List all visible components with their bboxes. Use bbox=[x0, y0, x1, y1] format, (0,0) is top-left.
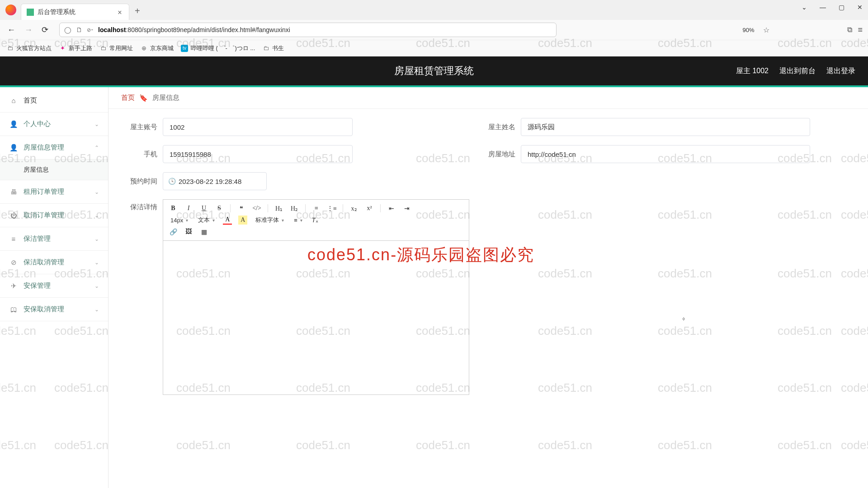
bookmark-firefox[interactable]: 🗀火狐官方站点 bbox=[6, 44, 52, 52]
back-button[interactable]: ← bbox=[5, 23, 17, 37]
breadcrumb-current: 房屋信息 bbox=[152, 94, 179, 102]
ul-button[interactable]: ⋮≡ bbox=[327, 204, 336, 213]
sidebar-home[interactable]: ⌂首页 bbox=[0, 89, 108, 113]
font-size-select[interactable]: 14px▾ bbox=[169, 217, 190, 224]
firefox-icon bbox=[5, 5, 16, 15]
link-button[interactable]: 🔗 bbox=[169, 227, 178, 236]
browser-chrome: 后台管理系统 × + ⌄ — ▢ ✕ ← → ⟳ ◯ 🗋 ⊘⁃ localhos… bbox=[0, 0, 868, 56]
sidebar-security-cancel[interactable]: 🕮安保取消管理⌄ bbox=[0, 298, 108, 321]
close-window-button[interactable]: ✕ bbox=[857, 4, 863, 11]
bookmark-common[interactable]: 🗀常用网址 bbox=[99, 44, 133, 52]
content-area: 首页 🔖 房屋信息 屋主账号 屋主姓名 手机 bbox=[108, 87, 868, 488]
extensions-icon[interactable]: ⧉ bbox=[847, 26, 852, 34]
detail-label: 保洁详情 bbox=[121, 203, 157, 211]
chevron-up-icon: ⌃ bbox=[94, 145, 99, 151]
tab-bar: 后台管理系统 × + ⌄ — ▢ ✕ bbox=[0, 0, 868, 20]
bookmarks-bar: 🗀火狐官方站点 ✦新手上路 🗀常用网址 ⊕京东商城 tv哔哩哔哩 ( ゜- ゜)… bbox=[0, 40, 868, 56]
subscript-button[interactable]: x₂ bbox=[349, 204, 359, 213]
field-address: 房屋地址 bbox=[479, 145, 810, 163]
bg-color-button[interactable]: A bbox=[238, 216, 247, 225]
text-type-select[interactable]: 文本▾ bbox=[196, 216, 217, 224]
bookmark-star-icon[interactable]: ☆ bbox=[763, 26, 769, 34]
sidebar-profile[interactable]: 👤个人中心⌄ bbox=[0, 113, 108, 136]
sidebar-security[interactable]: ✈安保管理⌄ bbox=[0, 274, 108, 298]
user-label[interactable]: 屋主 1002 bbox=[736, 66, 769, 76]
sidebar-house-info[interactable]: 👤房屋信息管理⌃ bbox=[0, 136, 108, 160]
watermark-banner: code51.cn-源码乐园盗图必究 bbox=[307, 244, 534, 266]
sidebar-rental-orders[interactable]: 🖶租用订单管理⌄ bbox=[0, 180, 108, 204]
account-input[interactable] bbox=[163, 118, 353, 136]
bookmark-icon: 🔖 bbox=[139, 94, 148, 102]
browser-tab[interactable]: 后台管理系统 × bbox=[21, 4, 129, 20]
indent-button[interactable]: ⇥ bbox=[402, 204, 411, 213]
appt-input[interactable] bbox=[163, 172, 267, 190]
exit-to-front-button[interactable]: 退出到前台 bbox=[779, 66, 816, 76]
sidebar-cleaning-cancel[interactable]: ⊘保洁取消管理⌄ bbox=[0, 251, 108, 274]
chevron-down-icon: ⌄ bbox=[94, 121, 99, 127]
clear-format-button[interactable]: Tₓ bbox=[311, 216, 320, 225]
bookmark-shusheng[interactable]: 🗀书生 bbox=[262, 44, 284, 52]
bookmark-jd[interactable]: ⊕京东商城 bbox=[140, 44, 174, 52]
h2-button[interactable]: H₂ bbox=[290, 204, 299, 213]
align-select[interactable]: ≡▾ bbox=[292, 217, 304, 224]
image-button[interactable]: 🖼 bbox=[184, 227, 193, 236]
hamburger-menu-icon[interactable]: ≡ bbox=[858, 25, 863, 35]
minimize-button[interactable]: — bbox=[820, 4, 826, 11]
underline-button[interactable]: U bbox=[199, 204, 208, 213]
address-label: 房屋地址 bbox=[479, 150, 515, 159]
phone-label: 手机 bbox=[121, 150, 157, 159]
list-icon: ≡ bbox=[9, 235, 18, 243]
tabs-dropdown-icon[interactable]: ⌄ bbox=[802, 4, 807, 11]
sidebar-house-info-sub[interactable]: 房屋信息 bbox=[0, 160, 108, 180]
header-actions: 屋主 1002 退出到前台 退出登录 bbox=[736, 66, 855, 76]
lock-icon: 🗋 bbox=[76, 26, 82, 33]
logout-button[interactable]: 退出登录 bbox=[826, 66, 855, 76]
bookmark-newbie[interactable]: ✦新手上路 bbox=[59, 44, 92, 52]
h1-button[interactable]: H₁ bbox=[274, 204, 283, 213]
user-icon: 👤 bbox=[9, 144, 18, 152]
address-bar[interactable]: ◯ 🗋 ⊘⁃ localhost:8080/springboot89nep/ad… bbox=[59, 23, 557, 37]
font-family-select[interactable]: 标准字体▾ bbox=[254, 216, 286, 224]
breadcrumb-home[interactable]: 首页 bbox=[121, 94, 135, 102]
new-tab-button[interactable]: + bbox=[135, 6, 140, 20]
code-button[interactable]: </> bbox=[252, 204, 261, 213]
outdent-button[interactable]: ⇤ bbox=[387, 204, 396, 213]
send-icon: ✈ bbox=[9, 282, 18, 290]
bookmark-bilibili[interactable]: tv哔哩哔哩 ( ゜- ゜)つロ ... bbox=[181, 44, 255, 52]
user-icon: 👤 bbox=[9, 120, 18, 128]
forward-button[interactable]: → bbox=[23, 23, 34, 37]
app-title: 房屋租赁管理系统 bbox=[394, 64, 474, 78]
address-input[interactable] bbox=[521, 145, 810, 163]
chevron-down-icon: ⌄ bbox=[94, 283, 99, 289]
name-input[interactable] bbox=[521, 118, 810, 136]
tab-title: 后台管理系统 bbox=[38, 8, 116, 16]
sidebar: ⌂首页 👤个人中心⌄ 👤房屋信息管理⌃ 房屋信息 🖶租用订单管理⌄ ⏻取消订单管… bbox=[0, 87, 108, 488]
text-color-button[interactable]: A bbox=[223, 216, 232, 225]
vue-icon bbox=[27, 9, 34, 16]
doc-icon: 🕮 bbox=[9, 305, 18, 313]
bold-button[interactable]: B bbox=[169, 204, 178, 213]
strike-button[interactable]: S bbox=[215, 204, 224, 213]
breadcrumb: 首页 🔖 房屋信息 bbox=[108, 87, 868, 109]
quote-button[interactable]: ❝ bbox=[237, 204, 246, 213]
reload-button[interactable]: ⟳ bbox=[40, 23, 50, 37]
phone-input[interactable] bbox=[163, 145, 353, 163]
account-label: 屋主账号 bbox=[121, 123, 157, 131]
superscript-button[interactable]: x² bbox=[365, 204, 374, 213]
tab-close-icon[interactable]: × bbox=[116, 9, 123, 16]
italic-button[interactable]: I bbox=[184, 204, 193, 213]
field-name: 屋主姓名 bbox=[479, 118, 810, 136]
zoom-level[interactable]: 90% bbox=[739, 26, 758, 34]
app-header: 房屋租赁管理系统 屋主 1002 退出到前台 退出登录 bbox=[0, 56, 868, 87]
ol-button[interactable]: ≡ bbox=[312, 204, 321, 213]
chevron-down-icon: ⌄ bbox=[94, 212, 99, 219]
sidebar-cancel-orders[interactable]: ⏻取消订单管理⌄ bbox=[0, 204, 108, 227]
video-button[interactable]: ▦ bbox=[199, 227, 208, 236]
home-icon: ⌂ bbox=[9, 97, 18, 104]
power-icon: ⏻ bbox=[9, 211, 18, 219]
sidebar-cleaning[interactable]: ≡保洁管理⌄ bbox=[0, 227, 108, 251]
shield-icon: ◯ bbox=[64, 26, 71, 33]
maximize-button[interactable]: ▢ bbox=[839, 4, 844, 11]
rich-text-editor: B I U S ❝ </> H₁ H₂ ≡ bbox=[163, 199, 469, 395]
field-detail: 保洁详情 B I U S ❝ </> bbox=[121, 199, 469, 395]
